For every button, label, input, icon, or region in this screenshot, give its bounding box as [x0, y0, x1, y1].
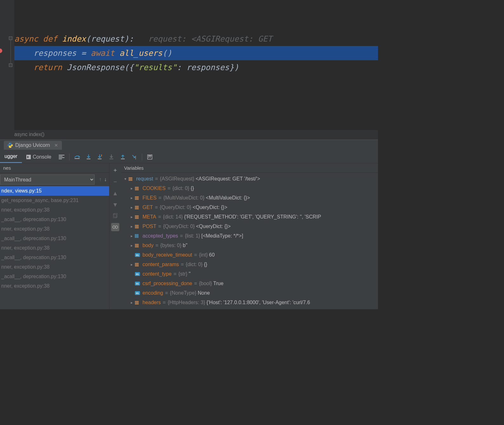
- debugger-tab[interactable]: ugger: [0, 151, 22, 163]
- step-over-icon[interactable]: [72, 152, 82, 162]
- stack-frame[interactable]: _acall__, deprecation.py:130: [0, 253, 109, 262]
- gutter: [0, 0, 14, 140]
- stack-frame[interactable]: _acall__, deprecation.py:130: [0, 234, 109, 243]
- variable-row[interactable]: 01csrf_processing_done = {bool} True: [121, 279, 378, 288]
- python-icon: [8, 143, 13, 148]
- variable-row[interactable]: 01encoding = {NoneType} None: [121, 288, 378, 298]
- variable-row[interactable]: ▸FILES = {MultiValueDict: 0} <MultiValue…: [121, 193, 378, 203]
- variable-row[interactable]: ▸POST = {QueryDict: 0} <QueryDict: {}>: [121, 222, 378, 231]
- svg-rect-17: [113, 214, 116, 218]
- svg-rect-15: [148, 157, 149, 158]
- variable-row[interactable]: ▸accepted_types = {list: 1} [<MediaType:…: [121, 231, 378, 241]
- svg-point-1: [11, 147, 11, 147]
- step-into-my-code-icon[interactable]: [95, 152, 105, 162]
- svg-rect-2: [59, 155, 64, 155]
- svg-point-20: [115, 226, 118, 228]
- stack-frame[interactable]: ndex, views.py:15: [0, 186, 109, 196]
- svg-rect-3: [59, 156, 63, 157]
- thread-selector[interactable]: MainThread: [0, 174, 95, 185]
- stack-frame[interactable]: nner, exception.py:38: [0, 205, 109, 215]
- svg-rect-6: [75, 158, 80, 159]
- add-watch-icon[interactable]: ＋: [111, 166, 119, 174]
- breakpoint-icon[interactable]: [0, 49, 2, 53]
- svg-rect-5: [59, 159, 62, 159]
- close-icon[interactable]: ✕: [54, 143, 58, 148]
- stack-frame[interactable]: nner, exception.py:38: [0, 262, 109, 272]
- svg-point-0: [9, 143, 10, 144]
- variable-row[interactable]: ▸COOKIES = {dict: 0} {}: [121, 184, 378, 193]
- stack-frame[interactable]: get_response_async, base.py:231: [0, 196, 109, 205]
- frame-list[interactable]: ndex, views.py:15get_response_async, bas…: [0, 186, 109, 309]
- variable-row[interactable]: ▸META = {dict: 14} {'REQUEST_METHOD': 'G…: [121, 212, 378, 222]
- variable-tree[interactable]: ▾request = {ASGIRequest} <ASGIRequest: G…: [121, 173, 378, 309]
- next-frame-icon[interactable]: ↓: [104, 177, 107, 182]
- variable-row[interactable]: ▸headers = {HttpHeaders: 3} {'Host': '12…: [121, 298, 378, 307]
- code-line[interactable]: return JsonResponse({"results": response…: [14, 60, 378, 75]
- stack-frame[interactable]: nner, exception.py:38: [0, 281, 109, 291]
- console-tab[interactable]: Console: [22, 151, 56, 163]
- remove-watch-icon[interactable]: −: [111, 177, 119, 186]
- prev-frame-icon[interactable]: ↑: [99, 177, 102, 182]
- svg-rect-8: [98, 159, 102, 159]
- svg-rect-7: [87, 159, 90, 159]
- svg-point-19: [113, 226, 115, 228]
- svg-rect-12: [136, 156, 136, 160]
- copy-icon[interactable]: [111, 212, 119, 220]
- stack-frame[interactable]: _acall__, deprecation.py:130: [0, 272, 109, 281]
- svg-rect-18: [114, 213, 117, 217]
- step-out-icon[interactable]: [118, 152, 128, 162]
- svg-rect-10: [109, 159, 113, 159]
- code-line[interactable]: async def index(request): request: <ASGI…: [14, 32, 378, 46]
- fold-handle[interactable]: [9, 36, 12, 40]
- fold-handle[interactable]: [9, 63, 12, 67]
- frames-header: nes: [0, 163, 109, 173]
- variable-row[interactable]: ▾request = {ASGIRequest} <ASGIRequest: G…: [121, 174, 378, 184]
- stack-frame[interactable]: nner, exception.py:38: [0, 243, 109, 253]
- run-config-tab[interactable]: Django Uvicorn ✕: [4, 141, 62, 150]
- variable-row[interactable]: ▸body = {bytes: 0} b'': [121, 241, 378, 250]
- run-to-cursor-icon[interactable]: [129, 152, 139, 162]
- force-step-into-icon[interactable]: [107, 152, 116, 162]
- variable-row[interactable]: 01body_receive_timeout = {int} 60: [121, 250, 378, 260]
- run-tab-bar: Django Uvicorn ✕: [0, 140, 378, 151]
- variables-panel: Variables ▾request = {ASGIRequest} <ASGI…: [121, 163, 378, 309]
- up-icon[interactable]: ▲: [111, 189, 119, 197]
- down-icon[interactable]: ▼: [111, 200, 119, 208]
- stack-frame[interactable]: _acall__, deprecation.py:130: [0, 215, 109, 224]
- variable-row[interactable]: 01content_type = {str} '': [121, 269, 378, 279]
- console-icon: [26, 155, 31, 159]
- svg-rect-4: [59, 157, 64, 158]
- watches-view-icon[interactable]: [111, 223, 119, 231]
- code-editor[interactable]: async def index(request): request: <ASGI…: [0, 0, 378, 140]
- svg-rect-9: [101, 154, 102, 156]
- side-toolbar: ＋ − ▲ ▼: [109, 163, 121, 309]
- variable-row[interactable]: ▸content_params = {dict: 0} {}: [121, 260, 378, 269]
- variables-header: Variables: [121, 163, 378, 173]
- stack-frame[interactable]: nner, exception.py:38: [0, 224, 109, 234]
- variable-row[interactable]: ▸GET = {QueryDict: 0} <QueryDict: {}>: [121, 203, 378, 212]
- svg-rect-16: [150, 157, 151, 158]
- svg-rect-11: [121, 159, 125, 159]
- code-line[interactable]: responses = await all_users(): [14, 46, 378, 60]
- run-config-label: Django Uvicorn: [15, 142, 50, 148]
- thread-dump-icon[interactable]: [57, 152, 66, 162]
- frames-panel: nes MainThread ↑ ↓ ndex, views.py:15get_…: [0, 163, 109, 309]
- evaluate-expression-icon[interactable]: [145, 152, 155, 162]
- svg-rect-14: [148, 155, 151, 156]
- debug-toolbar: ugger Console: [0, 151, 378, 163]
- breadcrumb[interactable]: async index(): [0, 130, 378, 140]
- step-into-icon[interactable]: [84, 152, 93, 162]
